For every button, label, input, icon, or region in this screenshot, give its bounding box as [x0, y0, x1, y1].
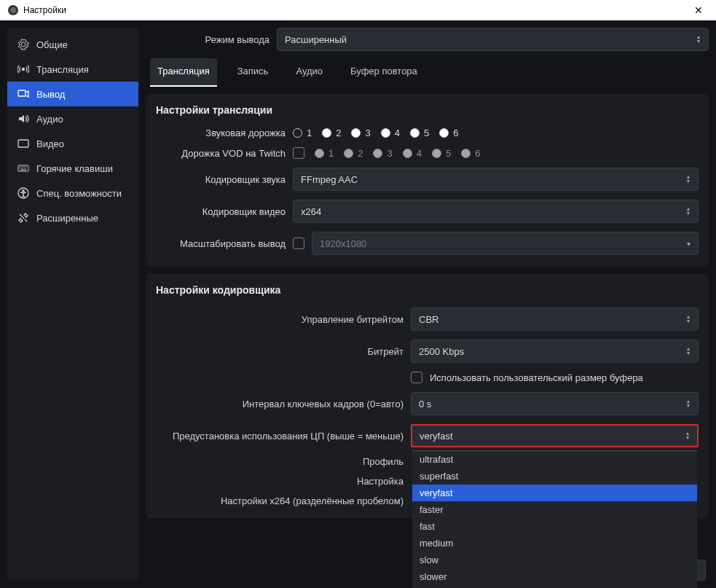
- sidebar-item-hotkeys[interactable]: Горячие клавиши: [7, 156, 138, 181]
- radio-icon: [373, 149, 382, 158]
- sidebar-item-label: Общие: [36, 39, 68, 50]
- audio-track-5[interactable]: 5: [410, 128, 429, 138]
- cpu-preset-option[interactable]: medium: [412, 535, 697, 552]
- sidebar-item-stream[interactable]: Трансляция: [7, 57, 138, 82]
- cpu-preset-option[interactable]: veryfast: [412, 485, 697, 501]
- keyframe-interval-label: Интервал ключевых кадров (0=авто): [156, 399, 404, 409]
- main-content: Режим вывода Расширенный ▴▾ Трансляция З…: [146, 28, 709, 581]
- audio-track-1[interactable]: 1: [293, 128, 312, 138]
- radio-icon: [403, 149, 412, 158]
- radio-icon: [322, 128, 331, 138]
- stepper-icon[interactable]: ▴▾: [683, 340, 693, 362]
- audio-encoder-select[interactable]: FFmpeg AAC ▴▾: [293, 168, 699, 191]
- audio-track-4[interactable]: 4: [381, 128, 400, 138]
- encoder-settings-panel: Настройки кодировщика Управление битрейт…: [146, 274, 709, 518]
- audio-track-radios: 1 2 3 4 5 6: [293, 128, 458, 138]
- vod-track-2: 2: [344, 148, 363, 159]
- rate-control-label: Управление битрейтом: [156, 314, 404, 325]
- sidebar-item-general[interactable]: Общие: [7, 32, 138, 57]
- radio-icon: [351, 128, 361, 138]
- tools-icon: [17, 212, 29, 224]
- chevron-updown-icon: ▴▾: [682, 426, 693, 446]
- cpu-preset-option[interactable]: slow: [412, 552, 697, 568]
- keyframe-interval-value: 0 s: [419, 399, 431, 409]
- sidebar-item-advanced[interactable]: Расширенные: [7, 205, 138, 230]
- output-tabs: Трансляция Запись Аудио Буфер повтора: [146, 58, 709, 87]
- tab-replay-buffer[interactable]: Буфер повтора: [343, 58, 425, 87]
- radio-icon: [344, 149, 353, 158]
- radio-icon: [439, 128, 449, 138]
- svg-point-2: [23, 68, 25, 71]
- chevron-updown-icon: ▴▾: [693, 28, 704, 50]
- vod-track-label: Дорожка VOD на Twitch: [156, 148, 286, 159]
- sidebar-item-label: Спец. возможности: [36, 188, 122, 199]
- video-encoder-value: x264: [301, 206, 321, 217]
- sidebar-item-label: Аудио: [36, 114, 63, 125]
- x264-options-label: Настройки x264 (разделённые пробелом): [156, 495, 404, 506]
- cpu-preset-option[interactable]: ultrafast: [412, 451, 697, 468]
- sidebar-item-label: Вывод: [36, 89, 65, 100]
- cpu-preset-select[interactable]: veryfast ▴▾ ultrafast superfast veryfast…: [411, 424, 699, 447]
- tab-streaming[interactable]: Трансляция: [150, 58, 217, 87]
- tune-label: Настройка: [156, 476, 404, 487]
- broadcast-icon: [17, 63, 29, 75]
- chevron-updown-icon: ▴▾: [683, 168, 693, 190]
- svg-rect-3: [18, 90, 25, 96]
- streaming-settings-title: Настройки трансляции: [156, 104, 699, 116]
- vod-track-checkbox[interactable]: [293, 147, 304, 159]
- profile-label: Профиль: [156, 456, 404, 467]
- video-encoder-label: Кодировщик видео: [156, 206, 286, 217]
- rescale-output-value: 1920x1080: [320, 238, 366, 249]
- output-mode-select[interactable]: Расширенный ▴▾: [277, 28, 709, 51]
- audio-track-3[interactable]: 3: [351, 128, 370, 138]
- chevron-updown-icon: ▴▾: [683, 308, 693, 330]
- vod-track-6: 6: [461, 148, 480, 159]
- custom-buffer-label: Использовать пользовательский размер буф…: [430, 372, 643, 383]
- sidebar-item-output[interactable]: Вывод: [7, 82, 138, 106]
- bitrate-value: 2500 Kbps: [419, 346, 464, 357]
- tab-audio[interactable]: Аудио: [288, 58, 330, 87]
- keyboard-icon: [17, 162, 29, 174]
- audio-encoder-value: FFmpeg AAC: [301, 174, 358, 185]
- cpu-preset-option[interactable]: slower: [412, 568, 697, 585]
- vod-track-5: 5: [432, 148, 451, 159]
- rescale-output-checkbox[interactable]: [293, 238, 304, 249]
- sidebar-item-label: Расширенные: [36, 213, 98, 224]
- stepper-icon[interactable]: ▴▾: [683, 393, 693, 415]
- sidebar-item-video[interactable]: Видео: [7, 131, 138, 156]
- rate-control-select[interactable]: CBR ▴▾: [411, 307, 699, 331]
- close-button[interactable]: ✕: [684, 4, 713, 16]
- sidebar-item-label: Видео: [36, 138, 64, 149]
- radio-icon: [315, 149, 324, 158]
- accessibility-icon: [17, 187, 29, 199]
- svg-point-7: [23, 190, 24, 192]
- custom-buffer-checkbox[interactable]: [411, 372, 422, 383]
- bitrate-input[interactable]: 2500 Kbps ▴▾: [411, 340, 699, 363]
- cpu-preset-value: veryfast: [420, 431, 453, 442]
- radio-icon: [432, 149, 441, 158]
- video-icon: [17, 138, 29, 149]
- cpu-preset-option[interactable]: fast: [412, 518, 697, 535]
- rescale-output-select: 1920x1080 ▾: [312, 232, 699, 255]
- cpu-preset-option[interactable]: superfast: [412, 468, 697, 485]
- sidebar-item-accessibility[interactable]: Спец. возможности: [7, 181, 138, 205]
- sidebar-item-label: Горячие клавиши: [36, 163, 113, 174]
- cpu-preset-option[interactable]: veryslow: [412, 585, 697, 588]
- keyframe-interval-input[interactable]: 0 s ▴▾: [411, 392, 699, 415]
- audio-track-6[interactable]: 6: [439, 128, 458, 138]
- sidebar: Общие Трансляция Вывод Аудио Видео Горяч…: [7, 28, 138, 581]
- radio-icon: [410, 128, 420, 138]
- radio-icon: [293, 128, 302, 138]
- vod-track-3: 3: [373, 148, 392, 159]
- cpu-preset-label: Предустановка использования ЦП (выше = м…: [156, 431, 404, 442]
- tab-recording[interactable]: Запись: [230, 58, 276, 87]
- gear-icon: [17, 39, 29, 50]
- chevron-down-icon: ▾: [687, 240, 691, 248]
- video-encoder-select[interactable]: x264 ▴▾: [293, 200, 699, 223]
- bitrate-label: Битрейт: [156, 346, 404, 357]
- sidebar-item-audio[interactable]: Аудио: [7, 106, 138, 131]
- titlebar: Настройки ✕: [0, 0, 716, 20]
- cpu-preset-option[interactable]: faster: [412, 501, 697, 518]
- audio-track-2[interactable]: 2: [322, 128, 341, 138]
- svg-point-1: [10, 7, 16, 13]
